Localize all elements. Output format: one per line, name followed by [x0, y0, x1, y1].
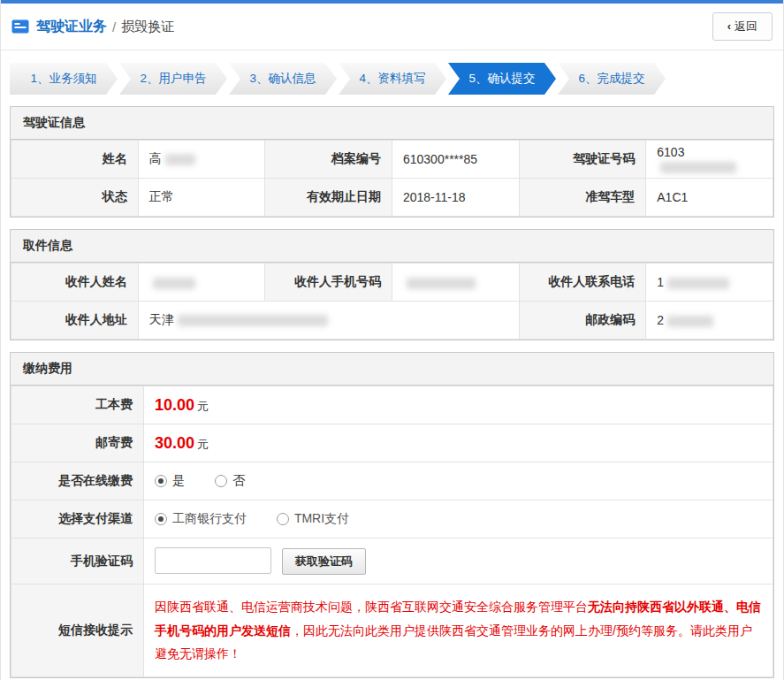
radio-online-pay-yes[interactable]: 是 — [155, 473, 185, 489]
recipient-name-value — [138, 264, 265, 302]
file-number-value: 610300****85 — [392, 141, 519, 179]
work-fee-unit: 元 — [197, 400, 209, 413]
page-header: 驾驶证业务 / 损毁换证 ‹返回 — [1, 4, 783, 50]
table-row: 邮寄费 30.00元 — [11, 424, 773, 462]
online-pay-options: 是 否 — [144, 462, 773, 500]
file-number-label: 档案编号 — [265, 141, 392, 179]
radio-unselected-icon — [215, 475, 227, 487]
recipient-address-value: 天津 — [138, 302, 519, 340]
pickup-info-table: 收件人姓名 收件人手机号码 收件人联系电话 1 收件人地址 天津 邮政编码 2 — [11, 263, 773, 340]
pickup-info-section: 取件信息 收件人姓名 收件人手机号码 收件人联系电话 1 收件人地址 天津 邮政… — [10, 229, 774, 340]
vehicle-class-label: 准驾车型 — [519, 179, 646, 217]
redacted-blur — [660, 162, 736, 173]
step-6-complete-submit[interactable]: 6、完成提交 — [558, 63, 666, 95]
radio-online-pay-no[interactable]: 否 — [215, 473, 245, 489]
page-subtitle: 损毁换证 — [121, 19, 174, 35]
redacted-blur — [165, 154, 195, 165]
back-button[interactable]: ‹返回 — [712, 12, 773, 41]
payment-section-title: 缴纳费用 — [11, 353, 773, 386]
license-info-section: 驾驶证信息 姓名 高 档案编号 610300****85 驾驶证号码 6103 … — [10, 106, 774, 218]
table-row: 收件人姓名 收件人手机号码 收件人联系电话 1 — [11, 264, 773, 302]
online-pay-label: 是否在线缴费 — [11, 462, 144, 500]
redacted-blur — [667, 278, 729, 289]
postcode-label: 邮政编码 — [519, 302, 646, 340]
table-row: 短信接收提示 因陕西省联通、电信运营商技术问题，陕西省互联网交通安全综合服务管理… — [11, 584, 773, 677]
work-fee-value: 10.00元 — [144, 386, 773, 424]
vehicle-class-value: A1C1 — [646, 179, 773, 217]
work-fee-amount: 10.00 — [155, 396, 194, 414]
license-card-icon — [11, 19, 29, 34]
get-code-button[interactable]: 获取验证码 — [282, 548, 366, 575]
expiry-date-label: 有效期止日期 — [265, 179, 392, 217]
radio-selected-icon — [155, 475, 167, 487]
sms-code-input[interactable] — [155, 547, 271, 574]
radio-no-label: 否 — [232, 473, 245, 489]
redacted-blur — [153, 278, 195, 289]
table-row: 是否在线缴费 是 否 — [11, 462, 773, 500]
step-3-confirm-info[interactable]: 3、确认信息 — [229, 63, 337, 95]
pickup-section-title: 取件信息 — [11, 230, 773, 263]
name-value: 高 — [138, 141, 265, 179]
table-row: 手机验证码 获取验证码 — [11, 539, 773, 584]
license-section-title: 驾驶证信息 — [11, 107, 773, 140]
step-1-business-notes[interactable]: 1、业务须知 — [10, 63, 118, 95]
mail-fee-amount: 30.00 — [155, 434, 194, 452]
sms-tip-value: 因陕西省联通、电信运营商技术问题，陕西省互联网交通安全综合服务管理平台无法向持陕… — [144, 584, 773, 677]
mail-fee-label: 邮寄费 — [11, 424, 144, 462]
recipient-mobile-value — [392, 264, 519, 302]
sms-tip-label: 短信接收提示 — [11, 584, 144, 677]
status-label: 状态 — [11, 179, 139, 217]
step-navigation: 1、业务须知 2、用户申告 3、确认信息 4、资料填写 5、确认提交 6、完成提… — [10, 63, 774, 95]
status-value: 正常 — [138, 179, 265, 217]
recipient-phone-value: 1 — [646, 264, 773, 302]
step-5-confirm-submit-active[interactable]: 5、确认提交 — [448, 63, 556, 95]
recipient-phone-label: 收件人联系电话 — [519, 264, 646, 302]
redacted-blur — [407, 278, 476, 289]
license-info-table: 姓名 高 档案编号 610300****85 驾驶证号码 6103 状态 正常 … — [11, 140, 773, 217]
back-button-label: 返回 — [735, 19, 757, 33]
radio-selected-icon — [155, 513, 167, 525]
table-row: 工本费 10.00元 — [11, 386, 773, 424]
radio-yes-label: 是 — [172, 473, 185, 489]
license-number-value: 6103 — [646, 141, 773, 179]
recipient-name-label: 收件人姓名 — [11, 264, 139, 302]
radio-icbc-label: 工商银行支付 — [172, 511, 247, 527]
recipient-mobile-label: 收件人手机号码 — [265, 264, 392, 302]
work-fee-label: 工本费 — [11, 386, 144, 424]
postcode-value: 2 — [646, 302, 773, 340]
radio-tmri-label: TMRI支付 — [294, 511, 349, 527]
back-chevron-icon: ‹ — [727, 19, 731, 33]
radio-channel-tmri[interactable]: TMRI支付 — [277, 511, 349, 527]
table-row: 姓名 高 档案编号 610300****85 驾驶证号码 6103 — [11, 141, 773, 179]
pay-channel-options: 工商银行支付 TMRI支付 — [144, 500, 773, 539]
table-row: 选择支付渠道 工商银行支付 TMRI支付 — [11, 500, 773, 539]
redacted-blur — [178, 315, 328, 326]
name-label: 姓名 — [11, 141, 139, 179]
sms-tip-text: 因陕西省联通、电信运营商技术问题，陕西省互联网交通安全综合服务管理平台无法向持陕… — [155, 600, 761, 661]
mail-fee-unit: 元 — [197, 438, 209, 451]
radio-channel-icbc[interactable]: 工商银行支付 — [155, 511, 247, 527]
table-row: 状态 正常 有效期止日期 2018-11-18 准驾车型 A1C1 — [11, 179, 773, 217]
payment-section: 缴纳费用 工本费 10.00元 邮寄费 30.00元 是否在线缴费 是 — [10, 352, 774, 678]
radio-unselected-icon — [277, 513, 289, 525]
recipient-address-label: 收件人地址 — [11, 302, 139, 340]
redacted-blur — [667, 316, 713, 327]
expiry-date-value: 2018-11-18 — [392, 179, 519, 217]
title-separator: / — [112, 19, 116, 34]
payment-table: 工本费 10.00元 邮寄费 30.00元 是否在线缴费 是 否 — [11, 386, 773, 677]
pay-channel-label: 选择支付渠道 — [11, 500, 144, 539]
sms-code-field: 获取验证码 — [144, 539, 773, 584]
page: 驾驶证业务 / 损毁换证 ‹返回 1、业务须知 2、用户申告 3、确认信息 4、… — [0, 0, 784, 680]
mail-fee-value: 30.00元 — [144, 424, 773, 462]
license-number-label: 驾驶证号码 — [519, 141, 646, 179]
step-2-user-declaration[interactable]: 2、用户申告 — [119, 63, 227, 95]
sms-code-label: 手机验证码 — [11, 539, 144, 584]
table-row: 收件人地址 天津 邮政编码 2 — [11, 302, 773, 340]
step-4-fill-data[interactable]: 4、资料填写 — [339, 63, 446, 95]
page-title: 驾驶证业务 — [36, 18, 107, 36]
